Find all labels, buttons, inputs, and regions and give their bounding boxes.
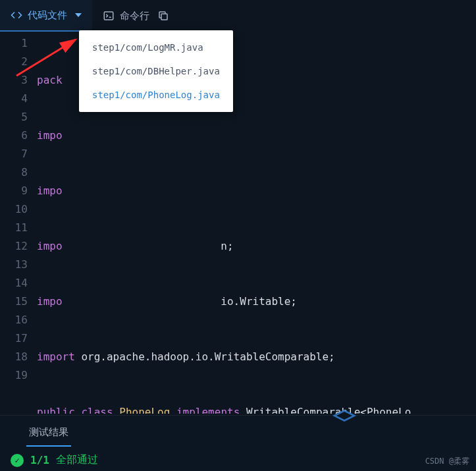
test-count: 1/1	[30, 454, 49, 466]
tab-terminal[interactable]: 命令行	[92, 0, 180, 32]
code-editor[interactable]: 123 456 789 101112 131415 161718 19 pack…	[0, 32, 476, 414]
tab-code-files[interactable]: 代码文件	[0, 0, 92, 32]
dropdown-item-dbhelper[interactable]: step1/com/DBHelper.java	[79, 59, 233, 83]
svg-rect-2	[161, 14, 167, 20]
test-status-text: 全部通过	[56, 453, 98, 467]
results-tab-bar: 测试结果	[0, 416, 476, 447]
chevron-down-icon	[75, 13, 82, 17]
dropdown-item-phonelog[interactable]: step1/com/PhoneLog.java	[79, 83, 233, 107]
code-icon	[11, 9, 22, 21]
dropdown-item-logmr[interactable]: step1/com/LogMR.java	[79, 36, 233, 59]
file-dropdown: step1/com/LogMR.java step1/com/DBHelper.…	[79, 30, 233, 112]
tab-code-files-label: 代码文件	[28, 9, 67, 22]
watermark-text: CSDN @柔雾	[425, 456, 469, 467]
line-number-gutter: 123 456 789 101112 131415 161718 19	[0, 32, 37, 414]
tab-test-results[interactable]: 测试结果	[26, 422, 71, 447]
duplicate-icon[interactable]	[157, 10, 169, 22]
check-circle-icon: ✓	[11, 454, 24, 467]
svg-rect-0	[104, 12, 113, 20]
terminal-icon	[103, 10, 115, 22]
test-results-panel: 测试结果 ✓ 1/1 全部通过	[0, 415, 476, 471]
scroll-indicator-icon	[332, 410, 356, 422]
tab-terminal-label: 命令行	[120, 10, 149, 22]
test-status-row: ✓ 1/1 全部通过	[0, 447, 476, 471]
editor-tab-bar: 代码文件 命令行	[0, 0, 476, 32]
